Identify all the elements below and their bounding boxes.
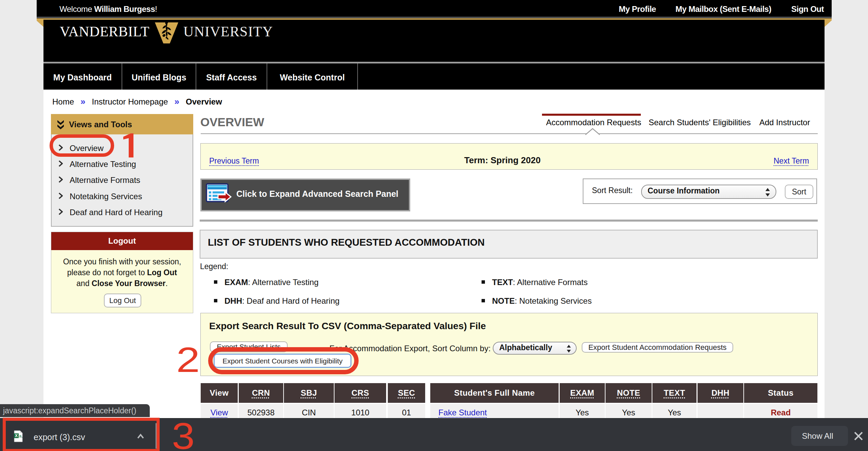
- svg-text:X: X: [15, 433, 18, 438]
- svg-text:a,: a,: [19, 433, 23, 438]
